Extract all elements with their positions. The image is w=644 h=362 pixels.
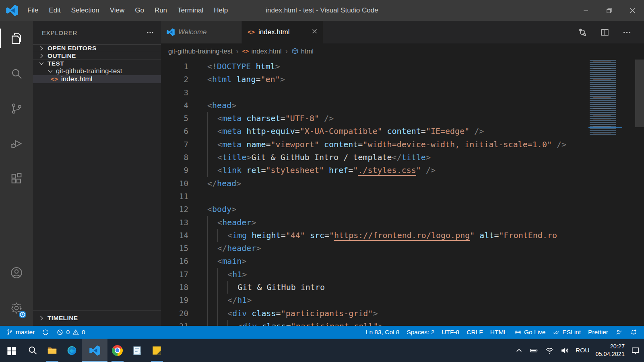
activity-source-control[interactable]	[0, 91, 33, 126]
taskbar-vscode[interactable]	[82, 339, 107, 362]
taskbar-taskbar-search[interactable]	[23, 339, 42, 362]
sidebar-section-timeline[interactable]: TIMELINE	[33, 310, 161, 326]
menu-file[interactable]: File	[22, 6, 43, 14]
token	[421, 165, 426, 175]
code-line-20[interactable]: 20<div class="participants-grid">	[161, 307, 585, 320]
minimap[interactable]	[588, 60, 622, 135]
wifi-icon[interactable]	[545, 346, 554, 355]
status-notifications[interactable]	[626, 326, 641, 339]
activity-run-debug[interactable]	[0, 126, 33, 161]
sidebar-section-test[interactable]: TEST	[33, 60, 161, 67]
code-line-17[interactable]: 17<h1>	[161, 268, 585, 281]
taskbar-sticky-notes[interactable]	[147, 339, 167, 362]
status-language-mode[interactable]: HTML	[487, 326, 511, 339]
token: >	[236, 179, 241, 188]
code-line-21[interactable]: 21<div class="participant-cell">	[161, 320, 585, 326]
tree-item-index.html[interactable]: <>index.html	[33, 75, 161, 83]
action-center-icon[interactable]	[631, 346, 640, 355]
menu-go[interactable]: Go	[130, 6, 149, 14]
scrollbar-thumb[interactable]	[635, 60, 644, 127]
breadcrumb-item-index.html[interactable]: <>index.html	[242, 47, 282, 55]
activity-extensions[interactable]	[0, 161, 33, 196]
battery-icon[interactable]	[530, 346, 539, 355]
language-indicator[interactable]: ROU	[576, 347, 589, 354]
activity-search[interactable]	[0, 56, 33, 91]
token: alt	[475, 230, 494, 240]
status-eslint[interactable]: ESLint	[549, 326, 584, 339]
minimize-button[interactable]	[574, 0, 597, 21]
chevron-right-icon	[38, 315, 45, 321]
code-line-15[interactable]: 15</header>	[161, 242, 585, 255]
taskbar-notepad[interactable]	[127, 339, 147, 362]
indent-guide	[207, 255, 217, 267]
menu-run[interactable]: Run	[149, 6, 172, 14]
line-content: <meta charset="UTF-8" />	[207, 112, 334, 125]
code-line-18[interactable]: 18Git & GitHub intro	[161, 281, 585, 294]
close-tab-icon[interactable]	[311, 28, 318, 37]
token: </	[217, 243, 227, 253]
token: src	[305, 230, 324, 240]
taskbar-file-explorer[interactable]	[42, 339, 62, 362]
code-editor[interactable]: 1<!DOCTYPE html>2<html lang="en">34<head…	[161, 59, 644, 326]
breadcrumb-item-html[interactable]: html	[291, 47, 314, 55]
code-line-2[interactable]: 2<html lang="en">	[161, 73, 585, 86]
menu-help[interactable]: Help	[208, 6, 233, 14]
section-label: TEST	[47, 60, 64, 67]
taskbar-edge[interactable]	[62, 339, 82, 362]
token: div	[242, 321, 257, 326]
clock[interactable]: 20:27 05.04.2021	[595, 343, 625, 358]
menu-selection[interactable]: Selection	[66, 6, 105, 14]
tab-index-html[interactable]: <>index.html	[242, 21, 323, 43]
token: href	[324, 165, 348, 175]
status-encoding[interactable]: UTF-8	[438, 326, 463, 339]
close-button[interactable]	[621, 0, 644, 21]
menu-edit[interactable]: Edit	[43, 6, 66, 14]
more-actions-icon[interactable]	[622, 27, 632, 37]
code-line-14[interactable]: 14<img height="44" src="https://frontend…	[161, 229, 585, 242]
open-changes-icon[interactable]	[578, 27, 588, 37]
activity-accounts[interactable]	[0, 255, 33, 290]
menu-view[interactable]: View	[105, 6, 130, 14]
code-line-8[interactable]: 8<title>Git & GitHub Intro / template</t…	[161, 151, 585, 164]
status-prettier[interactable]: Prettier	[584, 326, 612, 339]
activity-settings[interactable]	[0, 290, 33, 326]
restore-button[interactable]	[597, 0, 621, 21]
code-line-6[interactable]: 6<meta http-equiv="X-UA-Compatible" cont…	[161, 125, 585, 138]
code-line-19[interactable]: 19</h1>	[161, 294, 585, 306]
chevron-up-icon[interactable]	[514, 346, 524, 355]
taskbar-chrome[interactable]	[107, 339, 127, 362]
status-eol[interactable]: CRLF	[463, 326, 486, 339]
code-line-5[interactable]: 5<meta charset="UTF-8" />	[161, 112, 585, 125]
tree-item-git-github-training-test[interactable]: git-github-training-test	[33, 67, 161, 75]
status-sync[interactable]	[38, 326, 53, 339]
breadcrumb-item-git-github-training-test[interactable]: git-github-training-test	[168, 47, 233, 55]
split-editor-icon[interactable]	[600, 27, 610, 37]
token: <	[217, 218, 222, 227]
more-actions-icon[interactable]	[146, 28, 155, 37]
code-line-10[interactable]: 10</head>	[161, 177, 585, 190]
volume-icon[interactable]	[560, 346, 570, 355]
line-content: Git & GitHub intro	[207, 281, 325, 294]
code-line-16[interactable]: 16<main>	[161, 255, 585, 267]
code-line-1[interactable]: 1<!DOCTYPE html>	[161, 60, 585, 73]
status-branch[interactable]: master	[2, 326, 38, 339]
status-feedback[interactable]	[612, 326, 626, 339]
status-indentation[interactable]: Spaces: 2	[403, 326, 438, 339]
sidebar-section-outline[interactable]: OUTLINE	[33, 52, 161, 60]
status-go-live[interactable]: Go Live	[511, 326, 549, 339]
taskbar-start[interactable]	[0, 339, 23, 362]
sidebar-section-open-editors[interactable]: OPEN EDITORS	[33, 44, 161, 52]
menu-terminal[interactable]: Terminal	[172, 6, 208, 14]
code-line-7[interactable]: 7<meta name="viewport" content="width=de…	[161, 138, 585, 151]
status-count: 0	[66, 329, 70, 336]
code-line-3[interactable]: 3	[161, 86, 585, 99]
status-problems[interactable]: 00	[53, 326, 89, 339]
tab-welcome[interactable]: Welcome	[161, 21, 242, 43]
code-line-4[interactable]: 4<head>	[161, 99, 585, 112]
code-line-12[interactable]: 12<body>	[161, 203, 585, 216]
status-cursor-position[interactable]: Ln 83, Col 8	[362, 326, 403, 339]
code-line-9[interactable]: 9<link rel="stylesheet" href="./styles.c…	[161, 164, 585, 177]
code-line-13[interactable]: 13<header>	[161, 216, 585, 229]
code-line-11[interactable]: 11	[161, 190, 585, 203]
activity-explorer[interactable]	[0, 21, 33, 56]
